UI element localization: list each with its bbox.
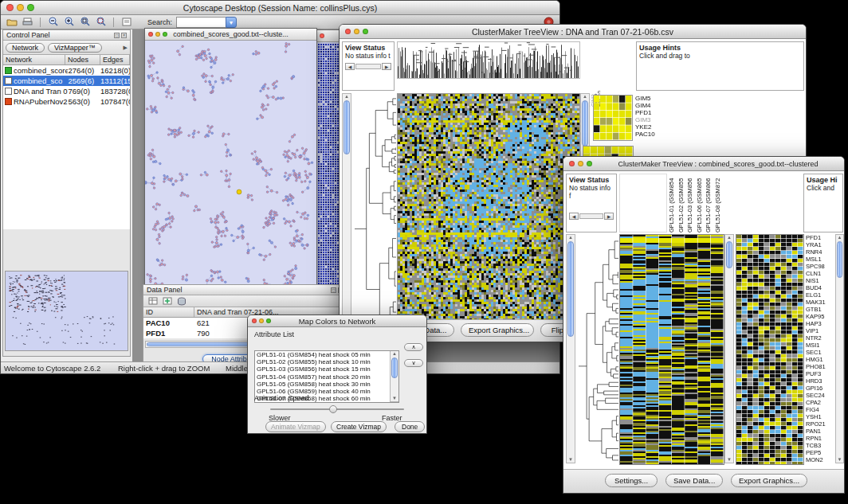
gene-label[interactable]: RPO21 bbox=[806, 420, 834, 428]
gene-label[interactable]: ELG1 bbox=[806, 291, 834, 299]
gene-label[interactable]: VIP1 bbox=[806, 327, 834, 334]
array-label[interactable]: GPL51-07 (GSM866 bbox=[705, 174, 714, 232]
close-icon[interactable] bbox=[320, 33, 324, 38]
settings-button[interactable]: Settings... bbox=[605, 474, 658, 487]
attribute-item[interactable]: GPL51-02 (GSM855) heat shock 10 min bbox=[255, 358, 398, 365]
slider-thumb[interactable] bbox=[329, 405, 337, 413]
attribute-store-icon[interactable] bbox=[175, 296, 187, 307]
gene-label[interactable]: MON2 bbox=[806, 456, 834, 463]
network-list-row[interactable]: DNA and Tran 07 769(0) 183728(0) bbox=[3, 86, 130, 96]
col-edges[interactable]: Edges bbox=[100, 55, 130, 64]
vscroll-thumb[interactable] bbox=[567, 241, 574, 337]
zoom-window-icon[interactable] bbox=[266, 318, 271, 323]
close-icon[interactable] bbox=[148, 32, 153, 37]
search-field[interactable] bbox=[176, 17, 226, 28]
gene-label[interactable]: PAC10 bbox=[635, 131, 667, 138]
tv1-gene-dendrogram[interactable] bbox=[353, 93, 396, 332]
gene-label[interactable]: RPN1 bbox=[806, 435, 834, 442]
network-list-row[interactable]: RNAPuberNov2 563(0) 107847(0) bbox=[3, 96, 130, 107]
zoom-fit-icon[interactable] bbox=[95, 17, 107, 27]
gene-label[interactable]: HMG1 bbox=[806, 356, 834, 363]
treeview1-titlebar[interactable]: ClusterMaker TreeView : DNA and Tran 07-… bbox=[340, 25, 806, 39]
gene-label[interactable]: YKE2 bbox=[635, 123, 667, 131]
list-scrollbar[interactable]: ▲ ▼ bbox=[390, 351, 398, 402]
print-icon[interactable] bbox=[22, 17, 33, 27]
scroll-down-icon[interactable]: ▼ bbox=[725, 457, 733, 463]
gene-label[interactable]: GIM5 bbox=[635, 95, 667, 102]
gene-label[interactable]: MSI1 bbox=[806, 342, 834, 349]
col-nodes[interactable]: Nodes bbox=[65, 55, 100, 64]
gene-label[interactable]: PHO81 bbox=[806, 363, 834, 370]
tv2-mid-scrollbar[interactable]: ▲ ▼ bbox=[724, 234, 734, 463]
scroll-right-icon[interactable]: ▶ bbox=[604, 213, 614, 220]
gene-label[interactable]: YRA1 bbox=[806, 241, 834, 248]
gene-label[interactable]: PAN1 bbox=[806, 428, 834, 435]
main-titlebar[interactable]: Cytoscape Desktop (Session Name: collins… bbox=[1, 1, 559, 15]
scroll-left-icon[interactable]: ◀ bbox=[569, 213, 579, 220]
gene-label[interactable]: GPI16 bbox=[806, 385, 834, 392]
tv2-zoom-heatmap[interactable] bbox=[736, 234, 804, 465]
tab-overflow-icon[interactable]: ▶ bbox=[124, 45, 128, 51]
attribute-item[interactable]: GPL51-01 (GSM854) heat shock 05 min bbox=[255, 351, 398, 358]
move-down-button[interactable]: ∨ bbox=[404, 359, 423, 367]
zoom-in-icon[interactable] bbox=[63, 17, 75, 27]
gene-label[interactable]: PFD1 bbox=[806, 234, 834, 241]
gene-label[interactable]: NIS1 bbox=[806, 277, 834, 284]
tv2-left-scrollbar[interactable]: ▲ ▼ bbox=[566, 234, 575, 463]
col-network[interactable]: Network bbox=[3, 55, 65, 64]
slider-track[interactable] bbox=[270, 408, 404, 410]
minimize-icon[interactable] bbox=[17, 4, 24, 11]
minimize-icon[interactable] bbox=[578, 161, 583, 166]
attribute-item[interactable]: GPL51-05 (GSM858) heat shock 30 min bbox=[255, 381, 398, 388]
gene-label[interactable]: FIG4 bbox=[806, 406, 834, 413]
create-attribute-icon[interactable] bbox=[161, 296, 173, 307]
annotation-icon[interactable] bbox=[120, 17, 132, 27]
network-canvas[interactable] bbox=[145, 41, 316, 290]
array-label[interactable]: GPL51-02 (GSM855 bbox=[677, 174, 687, 232]
gene-label[interactable]: HAP3 bbox=[806, 320, 834, 327]
zoom-window-icon[interactable] bbox=[27, 4, 34, 11]
gene-label[interactable]: KAP95 bbox=[806, 313, 834, 320]
close-icon[interactable] bbox=[6, 4, 14, 11]
tv1-array-dendrogram[interactable] bbox=[397, 41, 580, 79]
close-icon[interactable] bbox=[569, 161, 575, 166]
network-overview-panel[interactable] bbox=[5, 271, 128, 351]
zoom-selected-icon[interactable] bbox=[79, 17, 91, 27]
mini-track[interactable] bbox=[579, 213, 603, 219]
treeview2-titlebar[interactable]: ClusterMaker TreeView : combined_scores_… bbox=[563, 157, 844, 171]
move-up-button[interactable]: ∧ bbox=[404, 343, 423, 351]
array-label[interactable]: GPL51-06 (GSM865 bbox=[696, 174, 705, 232]
export-graphics-button[interactable]: Export Graphics... bbox=[731, 474, 807, 487]
array-label[interactable]: GPL51-03 (GSM856 bbox=[686, 174, 696, 232]
animate-vizmap-button[interactable]: Animate Vizmap bbox=[265, 421, 326, 432]
scroll-up-icon[interactable]: ▲ bbox=[836, 235, 843, 240]
gene-label[interactable]: NTR2 bbox=[806, 334, 834, 342]
minimize-icon[interactable] bbox=[259, 318, 264, 323]
animation-speed-slider[interactable] bbox=[270, 405, 404, 413]
scroll-up-icon[interactable]: ▲ bbox=[581, 94, 589, 100]
tv1-left-scrollbar[interactable]: ▲ ▼ bbox=[342, 93, 351, 332]
vscroll-thumb[interactable] bbox=[344, 100, 350, 154]
tab-network[interactable]: Network bbox=[6, 43, 45, 53]
scroll-up-icon[interactable]: ▲ bbox=[725, 235, 733, 240]
scroll-down-icon[interactable]: ▼ bbox=[391, 396, 398, 401]
gene-label[interactable]: BUD4 bbox=[806, 284, 834, 291]
network-view-window[interactable]: combined_scores_good.txt--cluste... bbox=[144, 28, 317, 291]
gene-label[interactable]: PFD1 bbox=[635, 109, 667, 116]
search-input[interactable]: ▼ bbox=[176, 17, 237, 28]
close-icon[interactable] bbox=[252, 318, 257, 323]
tv2-global-heatmap[interactable] bbox=[619, 234, 724, 465]
minimize-icon[interactable] bbox=[354, 29, 359, 34]
combo-arrow-icon[interactable]: ▼ bbox=[226, 17, 237, 28]
gene-label[interactable]: RNR4 bbox=[806, 248, 834, 256]
attribute-item[interactable]: GPL51-04 (GSM857) heat shock 20 min bbox=[255, 373, 398, 381]
network-list-row[interactable]: combined_sco 2569(6) 13112(15) bbox=[3, 76, 130, 86]
col-id[interactable]: ID bbox=[143, 307, 194, 317]
tab-network[interactable]: VizMapper™ bbox=[48, 43, 102, 53]
save-data-button[interactable]: Save Data... bbox=[665, 474, 723, 487]
gene-label[interactable]: SEC24 bbox=[806, 392, 834, 399]
gene-label[interactable]: GIM4 bbox=[635, 102, 667, 109]
gene-label[interactable]: MSL1 bbox=[806, 256, 834, 263]
network-list-row[interactable]: combined_scores 2764(0) 16218(0) bbox=[3, 65, 130, 76]
gene-label[interactable]: MAK31 bbox=[806, 299, 834, 306]
